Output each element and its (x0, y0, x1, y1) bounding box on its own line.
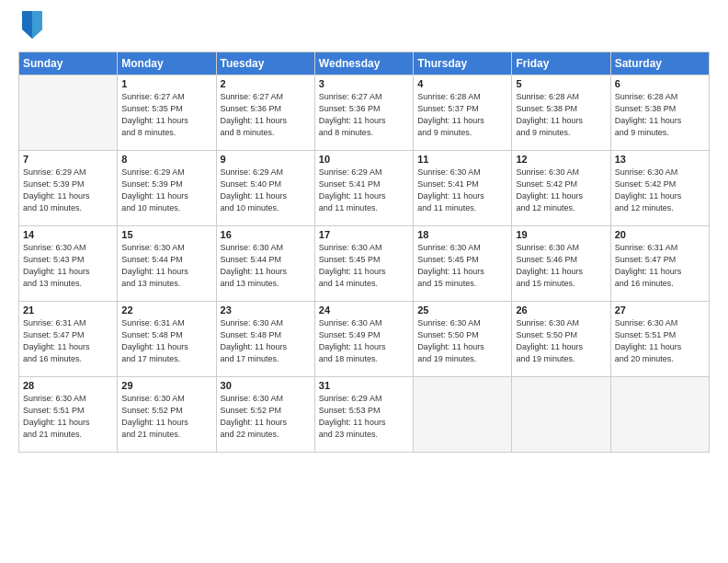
calendar-cell: 25Sunrise: 6:30 AMSunset: 5:50 PMDayligh… (414, 302, 512, 377)
calendar-cell: 23Sunrise: 6:30 AMSunset: 5:48 PMDayligh… (216, 302, 314, 377)
day-number: 3 (319, 78, 409, 89)
calendar-cell: 1Sunrise: 6:27 AMSunset: 5:35 PMDaylight… (118, 75, 216, 151)
calendar-cell: 10Sunrise: 6:29 AMSunset: 5:41 PMDayligh… (314, 151, 413, 226)
day-info: Sunrise: 6:30 AMSunset: 5:46 PMDaylight:… (516, 242, 606, 290)
day-number: 22 (121, 304, 211, 316)
day-number: 17 (319, 229, 409, 240)
calendar-cell: 4Sunrise: 6:28 AMSunset: 5:37 PMDaylight… (414, 75, 512, 151)
day-info: Sunrise: 6:31 AMSunset: 5:47 PMDaylight:… (23, 317, 113, 365)
day-info: Sunrise: 6:29 AMSunset: 5:40 PMDaylight:… (221, 167, 311, 214)
day-info: Sunrise: 6:30 AMSunset: 5:48 PMDaylight:… (221, 317, 311, 365)
day-number: 6 (615, 78, 705, 89)
day-number: 25 (417, 304, 507, 316)
day-info: Sunrise: 6:29 AMSunset: 5:39 PMDaylight:… (23, 167, 113, 214)
day-number: 30 (221, 380, 311, 391)
day-info: Sunrise: 6:31 AMSunset: 5:47 PMDaylight:… (615, 242, 705, 290)
calendar-cell: 24Sunrise: 6:30 AMSunset: 5:49 PMDayligh… (314, 302, 413, 377)
day-info: Sunrise: 6:30 AMSunset: 5:42 PMDaylight:… (516, 167, 606, 214)
day-number: 29 (121, 380, 211, 391)
col-header-monday: Monday (118, 52, 216, 75)
day-info: Sunrise: 6:30 AMSunset: 5:43 PMDaylight:… (23, 242, 113, 290)
page-header (18, 15, 710, 42)
calendar-cell: 18Sunrise: 6:30 AMSunset: 5:45 PMDayligh… (414, 226, 512, 302)
calendar-cell: 7Sunrise: 6:29 AMSunset: 5:39 PMDaylight… (19, 151, 118, 226)
calendar-cell: 11Sunrise: 6:30 AMSunset: 5:41 PMDayligh… (414, 151, 512, 226)
day-number: 5 (516, 78, 606, 89)
day-info: Sunrise: 6:30 AMSunset: 5:44 PMDaylight:… (221, 242, 311, 290)
calendar-table: SundayMondayTuesdayWednesdayThursdayFrid… (18, 52, 710, 453)
calendar-cell: 9Sunrise: 6:29 AMSunset: 5:40 PMDaylight… (216, 151, 314, 226)
day-number: 13 (615, 154, 705, 165)
calendar-cell: 19Sunrise: 6:30 AMSunset: 5:46 PMDayligh… (512, 226, 610, 302)
day-number: 21 (23, 304, 113, 316)
day-number: 11 (417, 154, 507, 165)
day-number: 2 (221, 78, 311, 89)
col-header-friday: Friday (512, 52, 610, 75)
day-number: 10 (319, 154, 409, 165)
calendar-cell: 14Sunrise: 6:30 AMSunset: 5:43 PMDayligh… (19, 226, 118, 302)
logo-icon (22, 11, 42, 42)
calendar-cell: 28Sunrise: 6:30 AMSunset: 5:51 PMDayligh… (19, 377, 118, 453)
calendar-cell: 16Sunrise: 6:30 AMSunset: 5:44 PMDayligh… (216, 226, 314, 302)
day-number: 8 (121, 154, 211, 165)
col-header-tuesday: Tuesday (216, 52, 314, 75)
day-info: Sunrise: 6:31 AMSunset: 5:48 PMDaylight:… (121, 317, 211, 365)
calendar-cell: 13Sunrise: 6:30 AMSunset: 5:42 PMDayligh… (610, 151, 709, 226)
calendar-cell: 22Sunrise: 6:31 AMSunset: 5:48 PMDayligh… (118, 302, 216, 377)
day-info: Sunrise: 6:30 AMSunset: 5:50 PMDaylight:… (417, 317, 507, 365)
day-number: 19 (516, 229, 606, 240)
col-header-saturday: Saturday (610, 52, 709, 75)
day-number: 24 (319, 304, 409, 316)
day-info: Sunrise: 6:28 AMSunset: 5:38 PMDaylight:… (516, 91, 606, 139)
calendar-cell (414, 377, 512, 453)
calendar-cell: 29Sunrise: 6:30 AMSunset: 5:52 PMDayligh… (118, 377, 216, 453)
day-info: Sunrise: 6:30 AMSunset: 5:42 PMDaylight:… (615, 167, 705, 214)
calendar-cell: 30Sunrise: 6:30 AMSunset: 5:52 PMDayligh… (216, 377, 314, 453)
calendar-cell: 3Sunrise: 6:27 AMSunset: 5:36 PMDaylight… (314, 75, 413, 151)
day-number: 23 (221, 304, 311, 316)
day-info: Sunrise: 6:29 AMSunset: 5:53 PMDaylight:… (319, 393, 409, 441)
day-info: Sunrise: 6:29 AMSunset: 5:39 PMDaylight:… (121, 167, 211, 214)
calendar-cell: 20Sunrise: 6:31 AMSunset: 5:47 PMDayligh… (610, 226, 709, 302)
col-header-thursday: Thursday (414, 52, 512, 75)
day-info: Sunrise: 6:28 AMSunset: 5:38 PMDaylight:… (615, 91, 705, 139)
day-info: Sunrise: 6:30 AMSunset: 5:44 PMDaylight:… (121, 242, 211, 290)
calendar-cell: 31Sunrise: 6:29 AMSunset: 5:53 PMDayligh… (314, 377, 413, 453)
day-info: Sunrise: 6:27 AMSunset: 5:36 PMDaylight:… (221, 91, 311, 139)
day-number: 9 (221, 154, 311, 165)
day-info: Sunrise: 6:30 AMSunset: 5:49 PMDaylight:… (319, 317, 409, 365)
day-number: 12 (516, 154, 606, 165)
day-info: Sunrise: 6:28 AMSunset: 5:37 PMDaylight:… (417, 91, 507, 139)
day-info: Sunrise: 6:30 AMSunset: 5:52 PMDaylight:… (221, 393, 311, 441)
day-number: 15 (121, 229, 211, 240)
svg-marker-1 (32, 11, 42, 39)
day-number: 27 (615, 304, 705, 316)
day-number: 26 (516, 304, 606, 316)
calendar-cell (19, 75, 118, 151)
day-number: 4 (417, 78, 507, 89)
day-number: 7 (23, 154, 113, 165)
day-info: Sunrise: 6:27 AMSunset: 5:35 PMDaylight:… (121, 91, 211, 139)
calendar-cell: 2Sunrise: 6:27 AMSunset: 5:36 PMDaylight… (216, 75, 314, 151)
calendar-cell (512, 377, 610, 453)
calendar-cell: 6Sunrise: 6:28 AMSunset: 5:38 PMDaylight… (610, 75, 709, 151)
day-info: Sunrise: 6:30 AMSunset: 5:41 PMDaylight:… (417, 167, 507, 214)
day-info: Sunrise: 6:30 AMSunset: 5:50 PMDaylight:… (516, 317, 606, 365)
day-number: 1 (121, 78, 211, 89)
day-info: Sunrise: 6:30 AMSunset: 5:51 PMDaylight:… (23, 393, 113, 441)
day-number: 20 (615, 229, 705, 240)
calendar-cell: 8Sunrise: 6:29 AMSunset: 5:39 PMDaylight… (118, 151, 216, 226)
calendar-cell: 5Sunrise: 6:28 AMSunset: 5:38 PMDaylight… (512, 75, 610, 151)
calendar-cell (610, 377, 709, 453)
calendar-cell: 17Sunrise: 6:30 AMSunset: 5:45 PMDayligh… (314, 226, 413, 302)
day-number: 14 (23, 229, 113, 240)
day-info: Sunrise: 6:27 AMSunset: 5:36 PMDaylight:… (319, 91, 409, 139)
calendar-cell: 21Sunrise: 6:31 AMSunset: 5:47 PMDayligh… (19, 302, 118, 377)
day-number: 18 (417, 229, 507, 240)
logo (18, 15, 42, 42)
day-info: Sunrise: 6:29 AMSunset: 5:41 PMDaylight:… (319, 167, 409, 214)
calendar-cell: 15Sunrise: 6:30 AMSunset: 5:44 PMDayligh… (118, 226, 216, 302)
calendar-cell: 12Sunrise: 6:30 AMSunset: 5:42 PMDayligh… (512, 151, 610, 226)
col-header-wednesday: Wednesday (314, 52, 413, 75)
calendar-cell: 26Sunrise: 6:30 AMSunset: 5:50 PMDayligh… (512, 302, 610, 377)
